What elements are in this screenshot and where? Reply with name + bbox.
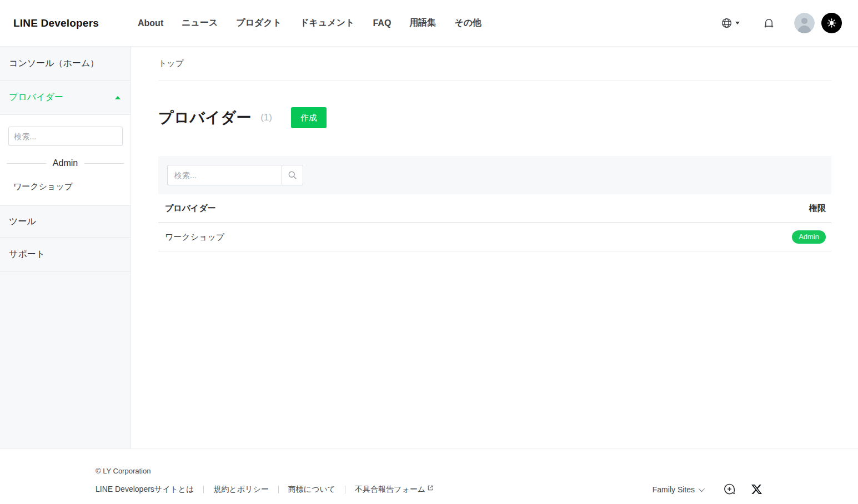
sidebar-provider-search-input[interactable]: [8, 127, 123, 146]
sidebar-admin-section-divider: Admin: [7, 158, 124, 168]
nav-faq[interactable]: FAQ: [373, 18, 391, 28]
family-sites-dropdown[interactable]: Family Sites: [653, 485, 703, 494]
column-header-role: 権限: [809, 203, 826, 214]
user-avatar[interactable]: [794, 13, 815, 33]
footer-bug-report-label: 不具合報告フォーム: [355, 485, 425, 495]
sun-icon: [826, 18, 837, 28]
footer-link-terms-policies[interactable]: 規約とポリシー: [213, 485, 268, 495]
sidebar-support-label: サポート: [9, 249, 45, 260]
divider-line: [84, 163, 124, 164]
table-search-button[interactable]: [282, 165, 303, 185]
copyright: © LY Corporation: [96, 467, 762, 475]
table-search-input[interactable]: [167, 165, 282, 185]
sidebar-item-workshop[interactable]: ワークショップ: [0, 182, 131, 192]
footer-link-bug-report-form[interactable]: 不具合報告フォーム: [355, 485, 433, 495]
provider-count: (1): [260, 112, 272, 123]
x-twitter-link[interactable]: [751, 483, 762, 495]
sidebar-provider-submenu: Admin ワークショップ: [0, 115, 131, 206]
nav-news[interactable]: ニュース: [182, 17, 218, 29]
chevron-down-icon: [735, 22, 740, 24]
sidebar-admin-section-label: Admin: [53, 158, 78, 168]
bell-icon: [764, 17, 774, 29]
x-logo-icon: [751, 483, 762, 495]
chevron-down-icon: [699, 485, 705, 491]
role-badge: Admin: [792, 230, 826, 244]
app-header: LINE Developers About ニュース プロダクト ドキュメント …: [0, 0, 858, 47]
notifications-button[interactable]: [764, 17, 774, 29]
provider-table-header: プロバイダー 権限: [158, 194, 831, 223]
page-title-row: プロバイダー (1) 作成: [158, 107, 831, 128]
main-content: トップ プロバイダー (1) 作成: [131, 47, 858, 448]
line-community-link[interactable]: [723, 483, 736, 496]
breadcrumb-top[interactable]: トップ: [158, 58, 184, 69]
footer-link-trademarks[interactable]: 商標について: [288, 485, 335, 495]
nav-about[interactable]: About: [138, 18, 163, 28]
sidebar-item-console-home[interactable]: コンソール（ホーム）: [0, 47, 131, 80]
table-search-group: [167, 165, 303, 185]
divider-line: [345, 486, 345, 493]
nav-products[interactable]: プロダクト: [236, 17, 282, 29]
sidebar-item-provider[interactable]: プロバイダー: [0, 80, 131, 115]
top-nav: About ニュース プロダクト ドキュメント FAQ 用語集 その他: [138, 17, 481, 29]
footer-links: LINE Developersサイトとは 規約とポリシー 商標について 不具合報…: [96, 485, 433, 495]
page-title: プロバイダー: [158, 108, 252, 128]
sidebar: コンソール（ホーム） プロバイダー Admin ワークショップ ツール サポート: [0, 47, 131, 448]
nav-documents[interactable]: ドキュメント: [300, 17, 354, 29]
divider-line: [203, 486, 204, 493]
nav-glossary[interactable]: 用語集: [409, 17, 436, 29]
column-header-provider: プロバイダー: [165, 203, 809, 214]
app-footer: © LY Corporation LINE Developersサイトとは 規約…: [0, 448, 858, 504]
chevron-up-icon: [115, 96, 121, 99]
line-developers-logo[interactable]: LINE Developers: [13, 17, 99, 29]
divider-line: [278, 486, 279, 493]
create-provider-button[interactable]: 作成: [291, 107, 327, 128]
table-filter-bar: [158, 156, 831, 194]
sidebar-item-tools[interactable]: ツール: [0, 206, 131, 238]
language-selector[interactable]: [721, 17, 740, 29]
family-sites-label: Family Sites: [653, 485, 695, 494]
theme-toggle-button[interactable]: [821, 13, 842, 33]
nav-more[interactable]: その他: [454, 17, 481, 29]
avatar-icon: [794, 13, 815, 33]
search-icon: [288, 170, 297, 180]
footer-right-cluster: Family Sites: [653, 483, 762, 496]
provider-table: プロバイダー 権限 ワークショップ Admin: [158, 194, 831, 251]
sidebar-console-home-label: コンソール（ホーム）: [9, 58, 99, 69]
header-actions: [721, 13, 842, 33]
globe-icon: [721, 17, 732, 29]
sidebar-tools-label: ツール: [9, 216, 36, 228]
sidebar-item-support[interactable]: サポート: [0, 238, 131, 272]
chat-plus-icon: [723, 483, 736, 496]
footer-link-about-site[interactable]: LINE Developersサイトとは: [96, 485, 194, 495]
external-link-icon: [428, 485, 433, 491]
table-row[interactable]: ワークショップ Admin: [158, 223, 831, 251]
divider-line: [7, 163, 46, 164]
sidebar-provider-label: プロバイダー: [9, 92, 63, 103]
provider-name-link[interactable]: ワークショップ: [165, 232, 792, 243]
breadcrumb: トップ: [158, 47, 831, 80]
